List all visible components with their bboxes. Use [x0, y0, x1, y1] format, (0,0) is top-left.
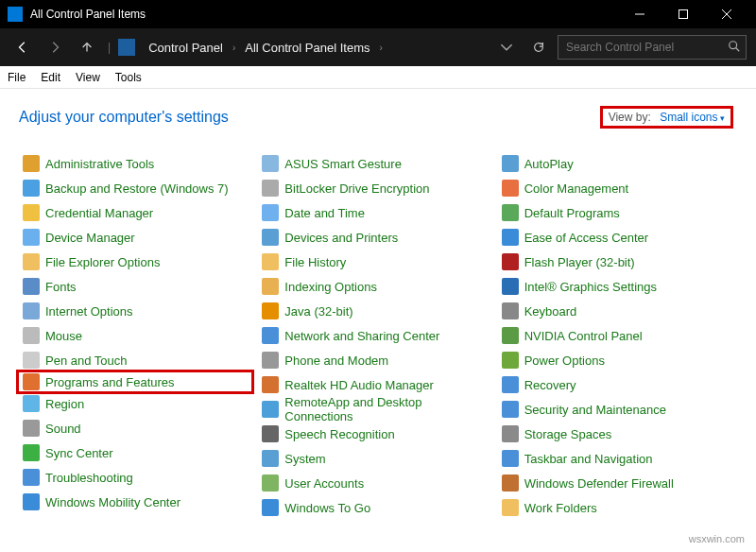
- control-panel-item[interactable]: Windows Defender Firewall: [498, 471, 733, 495]
- control-panel-item[interactable]: Phone and Modem: [258, 348, 493, 372]
- control-panel-item[interactable]: File History: [258, 250, 493, 274]
- forward-button[interactable]: [42, 34, 68, 60]
- item-icon: [262, 352, 279, 369]
- search-input[interactable]: [558, 35, 747, 60]
- item-label: Default Programs: [524, 206, 620, 220]
- control-panel-item[interactable]: ASUS Smart Gesture: [258, 151, 493, 176]
- control-panel-item[interactable]: RemoteApp and Desktop Connections: [258, 397, 493, 422]
- view-by-selector[interactable]: View by: Small icons: [600, 106, 733, 129]
- search-icon[interactable]: [728, 40, 741, 57]
- control-panel-item[interactable]: AutoPlay: [498, 151, 733, 176]
- control-panel-item[interactable]: Flash Player (32-bit): [498, 250, 733, 274]
- item-icon: [262, 155, 279, 172]
- control-panel-item[interactable]: Windows To Go: [258, 495, 493, 520]
- item-label: NVIDIA Control Panel: [524, 329, 643, 343]
- maximize-button[interactable]: [662, 0, 705, 28]
- item-label: Taskbar and Navigation: [524, 452, 653, 466]
- item-label: Flash Player (32-bit): [524, 255, 635, 269]
- control-panel-item[interactable]: Sync Center: [19, 440, 254, 465]
- item-label: Color Management: [524, 181, 629, 196]
- control-panel-item[interactable]: NVIDIA Control Panel: [498, 323, 733, 348]
- control-panel-item[interactable]: Security and Maintenance: [498, 397, 733, 422]
- item-icon: [262, 278, 279, 295]
- control-panel-item[interactable]: Network and Sharing Center: [258, 323, 493, 348]
- item-icon: [262, 302, 279, 319]
- menu-file[interactable]: File: [8, 71, 26, 84]
- control-panel-item[interactable]: Date and Time: [258, 200, 493, 225]
- item-icon: [23, 373, 40, 390]
- item-icon: [502, 352, 519, 369]
- item-icon: [502, 376, 519, 393]
- item-label: Device Manager: [45, 231, 135, 245]
- item-label: Keyboard: [524, 304, 577, 319]
- control-panel-item[interactable]: User Accounts: [258, 471, 493, 495]
- control-panel-item[interactable]: File Explorer Options: [19, 250, 254, 274]
- control-panel-item[interactable]: Java (32-bit): [258, 299, 493, 323]
- menu-tools[interactable]: Tools: [115, 71, 142, 84]
- control-panel-item[interactable]: Recovery: [498, 372, 733, 397]
- up-button[interactable]: [74, 34, 100, 60]
- item-icon: [262, 204, 279, 221]
- menu-edit[interactable]: Edit: [41, 71, 60, 84]
- control-panel-item[interactable]: Indexing Options: [258, 274, 493, 299]
- control-panel-item[interactable]: Speech Recognition: [258, 422, 493, 446]
- item-icon: [23, 444, 40, 461]
- view-by-value[interactable]: Small icons: [660, 111, 725, 124]
- control-panel-item[interactable]: Taskbar and Navigation: [498, 446, 733, 471]
- item-icon: [502, 425, 519, 442]
- page-title: Adjust your computer's settings: [19, 109, 229, 126]
- item-icon: [262, 499, 279, 516]
- item-icon: [262, 253, 279, 270]
- item-icon: [502, 499, 519, 516]
- control-panel-item[interactable]: System: [258, 446, 493, 471]
- separator: |: [108, 41, 111, 54]
- control-panel-item[interactable]: Troubleshooting: [19, 465, 254, 490]
- control-panel-item[interactable]: Color Management: [498, 176, 733, 200]
- control-panel-item[interactable]: BitLocker Drive Encryption: [258, 176, 493, 200]
- control-panel-item[interactable]: Power Options: [498, 348, 733, 372]
- item-icon: [502, 204, 519, 221]
- item-icon: [23, 302, 40, 319]
- item-icon: [502, 180, 519, 197]
- item-label: Recovery: [524, 378, 576, 392]
- back-button[interactable]: [9, 34, 36, 60]
- item-label: Pen and Touch: [45, 354, 128, 368]
- control-panel-item[interactable]: Work Folders: [498, 495, 733, 520]
- dropdown-history-button[interactable]: [493, 34, 520, 60]
- control-panel-item[interactable]: Ease of Access Center: [498, 225, 733, 250]
- menu-bar: File Edit View Tools: [0, 66, 756, 89]
- control-panel-item[interactable]: Administrative Tools: [19, 151, 254, 176]
- minimize-button[interactable]: [618, 0, 662, 28]
- control-panel-item[interactable]: Region: [19, 391, 254, 416]
- menu-view[interactable]: View: [76, 71, 100, 84]
- breadcrumb-all-items[interactable]: All Control Panel Items: [241, 41, 373, 55]
- control-panel-item[interactable]: Windows Mobility Center: [19, 490, 254, 514]
- close-button[interactable]: [705, 0, 748, 28]
- control-panel-item[interactable]: Internet Options: [19, 299, 254, 323]
- item-label: Intel® Graphics Settings: [524, 280, 657, 294]
- item-label: Network and Sharing Center: [284, 329, 439, 343]
- control-panel-item[interactable]: Sound: [19, 416, 254, 440]
- item-label: BitLocker Drive Encryption: [284, 181, 429, 196]
- item-icon: [23, 493, 40, 510]
- control-panel-item[interactable]: Realtek HD Audio Manager: [258, 372, 493, 397]
- control-panel-item[interactable]: Storage Spaces: [498, 422, 733, 446]
- control-panel-item[interactable]: Fonts: [19, 274, 254, 299]
- control-panel-item[interactable]: Devices and Printers: [258, 225, 493, 250]
- control-panel-item[interactable]: Intel® Graphics Settings: [498, 274, 733, 299]
- svg-point-4: [730, 42, 737, 49]
- control-panel-item[interactable]: Keyboard: [498, 299, 733, 323]
- control-panel-item[interactable]: Backup and Restore (Windows 7): [19, 176, 254, 200]
- breadcrumb-control-panel[interactable]: Control Panel: [145, 41, 227, 55]
- control-panel-item[interactable]: Mouse: [19, 323, 254, 348]
- watermark: wsxwin.com: [689, 533, 745, 544]
- control-panel-item[interactable]: Device Manager: [19, 225, 254, 250]
- item-label: Troubleshooting: [45, 471, 133, 485]
- item-label: Sound: [45, 422, 81, 436]
- control-panel-item[interactable]: Default Programs: [498, 200, 733, 225]
- window-title: All Control Panel Items: [30, 8, 618, 21]
- control-panel-item[interactable]: Credential Manager: [19, 200, 254, 225]
- refresh-button[interactable]: [525, 34, 552, 60]
- item-icon: [502, 327, 519, 344]
- item-icon: [262, 425, 279, 442]
